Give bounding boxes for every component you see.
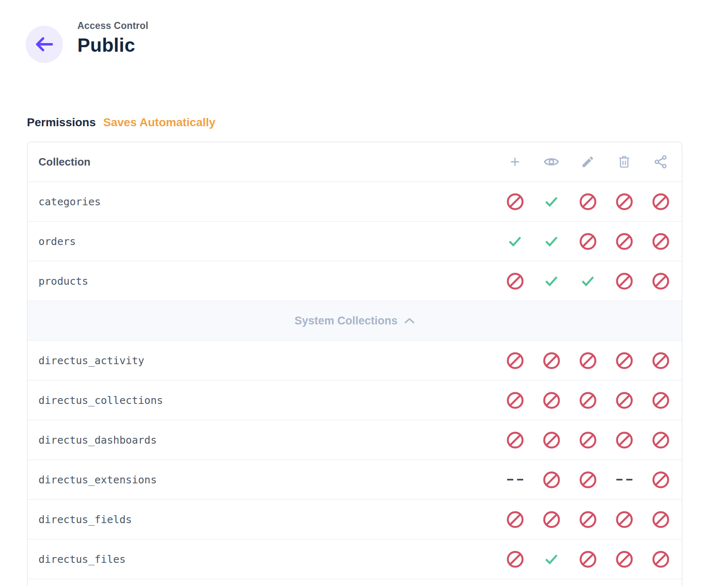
permission-cells [497,420,682,460]
system-collections-divider[interactable]: System Collections [28,301,682,341]
table-row: directus_fields [28,500,682,540]
chevron-up-icon [404,317,415,324]
create-permission-toggle[interactable] [497,380,533,420]
update-permission-toggle[interactable] [570,460,606,500]
share-permission-toggle[interactable] [642,500,679,539]
breadcrumb: Access Control [77,20,148,31]
update-permission-toggle[interactable] [570,539,606,579]
collection-name: directus_fields [28,514,497,526]
system-collections-label: System Collections [295,315,398,327]
trash-icon [606,154,642,170]
permissions-table: Collection [27,142,682,586]
delete-permission-toggle[interactable] [606,460,642,500]
table-row: directus_activity [28,341,682,381]
create-permission-toggle[interactable] [497,221,533,261]
table-row: orders [28,222,682,262]
read-permission-toggle[interactable] [533,261,570,301]
permissions-heading: Permissions Saves Automatically [27,116,216,129]
create-permission-toggle[interactable] [497,500,533,539]
share-permission-toggle[interactable] [642,460,679,500]
update-permission-toggle[interactable] [570,500,606,539]
table-row: directus_files [28,540,682,579]
read-permission-toggle[interactable] [533,182,570,221]
collection-name: directus_collections [28,394,497,406]
delete-permission-toggle[interactable] [606,261,642,301]
create-permission-toggle[interactable] [497,261,533,301]
update-permission-toggle[interactable] [570,182,606,221]
read-permission-toggle[interactable] [533,500,570,539]
table-row: directus_extensions [28,460,682,500]
create-permission-toggle[interactable] [497,539,533,579]
table-row: products [28,262,682,301]
collection-name: directus_dashboards [28,434,497,446]
read-permission-toggle[interactable] [533,539,570,579]
permission-cells [497,500,682,539]
page-title: Public [77,34,148,56]
permission-cells [497,460,682,500]
create-permission-toggle[interactable] [497,182,533,221]
collection-name: products [28,275,497,287]
permission-cells [497,261,682,301]
user-collection-rows: categoriesordersproducts [28,182,682,301]
read-permission-toggle[interactable] [533,341,570,380]
delete-permission-toggle[interactable] [606,420,642,460]
permission-cells [497,380,682,420]
delete-permission-toggle[interactable] [606,539,642,579]
page-header: Access Control Public [77,20,148,56]
table-row: directus_dashboards [28,420,682,460]
delete-permission-toggle[interactable] [606,380,642,420]
share-permission-toggle[interactable] [642,221,679,261]
permission-cells [497,221,682,261]
permission-cells [497,341,682,380]
read-permission-toggle[interactable] [533,420,570,460]
share-permission-toggle[interactable] [642,380,679,420]
share-permission-toggle[interactable] [642,341,679,380]
table-row: directus_collections [28,381,682,420]
autosave-note: Saves Automatically [103,116,216,129]
delete-permission-toggle[interactable] [606,500,642,539]
update-permission-toggle[interactable] [570,221,606,261]
collection-name: directus_files [28,553,497,565]
table-header-row: Collection [28,142,682,182]
permissions-label: Permissions [27,116,96,129]
plus-icon [497,154,533,170]
share-permission-toggle[interactable] [642,261,679,301]
share-icon [642,154,679,170]
collection-name: directus_activity [28,355,497,367]
arrow-left-icon [32,32,56,56]
collection-name: directus_extensions [28,474,497,486]
delete-permission-toggle[interactable] [606,221,642,261]
pencil-icon [570,154,606,170]
eye-icon [533,154,570,170]
delete-permission-toggle[interactable] [606,341,642,380]
table-row: categories [28,182,682,222]
update-permission-toggle[interactable] [570,420,606,460]
read-permission-toggle[interactable] [533,221,570,261]
create-permission-toggle[interactable] [497,341,533,380]
read-permission-toggle[interactable] [533,380,570,420]
collection-name: orders [28,235,497,247]
update-permission-toggle[interactable] [570,380,606,420]
update-permission-toggle[interactable] [570,341,606,380]
share-permission-toggle[interactable] [642,539,679,579]
collection-name: categories [28,196,497,208]
share-permission-toggle[interactable] [642,182,679,221]
collection-column-header: Collection [28,156,497,168]
permission-cells [497,539,682,579]
update-permission-toggle[interactable] [570,261,606,301]
permission-cells [497,182,682,221]
system-collection-rows: directus_activitydirectus_collectionsdir… [28,341,682,579]
share-permission-toggle[interactable] [642,420,679,460]
create-permission-toggle[interactable] [497,460,533,500]
back-button[interactable] [26,26,63,63]
read-permission-toggle[interactable] [533,460,570,500]
delete-permission-toggle[interactable] [606,182,642,221]
action-column-headers [497,154,682,170]
create-permission-toggle[interactable] [497,420,533,460]
